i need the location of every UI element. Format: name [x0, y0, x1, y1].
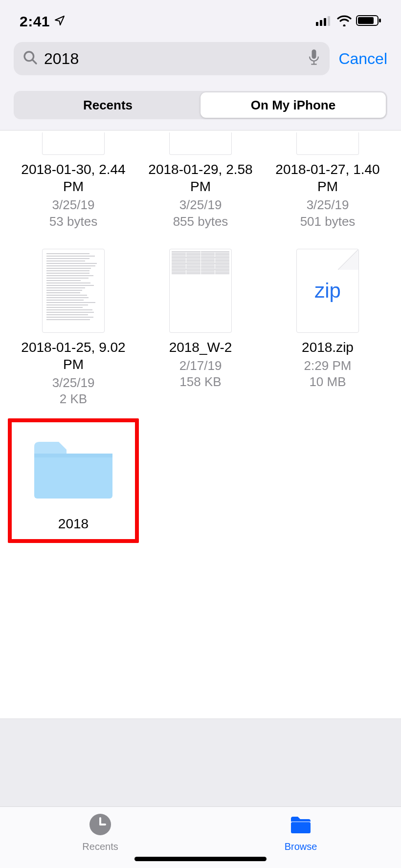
battery-icon: [356, 15, 381, 28]
segment-recents[interactable]: Recents: [15, 92, 200, 118]
file-meta: 3/25/1953 bytes: [49, 197, 97, 230]
file-name: 2018.zip: [302, 339, 354, 356]
status-right: [316, 15, 381, 28]
file-meta: 2:29 PM10 MB: [304, 358, 352, 391]
file-name: 2018-01-30, 2.44 PM: [17, 161, 130, 195]
file-item[interactable]: 2018-01-29, 2.58 PM3/25/19855 bytes: [137, 130, 264, 232]
clock-icon: [88, 813, 113, 838]
wifi-icon: [336, 15, 352, 28]
svg-rect-1: [320, 20, 322, 26]
file-item[interactable]: 2018-01-25, 9.02 PM3/25/192 KB: [10, 247, 137, 410]
svg-rect-6: [379, 19, 381, 22]
file-item[interactable]: zip2018.zip2:29 PM10 MB: [264, 247, 391, 410]
tab-recents[interactable]: Recents: [0, 813, 200, 852]
zip-thumbnail: zip: [296, 249, 359, 333]
svg-rect-5: [358, 17, 374, 24]
file-item[interactable]: 2018-01-27, 1.40 PM3/25/19501 bytes: [264, 130, 391, 232]
keyboard-area: [0, 718, 401, 806]
tab-bar: Recents Browse: [0, 806, 401, 868]
file-name: 2018_W-2: [169, 339, 232, 356]
search-field[interactable]: [14, 42, 330, 75]
svg-line-8: [33, 60, 36, 64]
folder-icon: [288, 813, 313, 838]
scope-segmented-control: Recents On My iPhone: [0, 82, 401, 130]
svg-rect-2: [324, 18, 326, 26]
tab-browse[interactable]: Browse: [200, 813, 401, 852]
document-thumbnail: [169, 132, 232, 155]
file-meta: 3/25/19501 bytes: [300, 197, 356, 230]
file-name: 2018-01-29, 2.58 PM: [144, 161, 257, 195]
folder-item[interactable]: 2018: [8, 418, 139, 543]
file-meta: 2/17/19158 KB: [179, 358, 222, 391]
search-row: Cancel: [0, 35, 401, 82]
status-time: 2:41: [20, 13, 50, 30]
svg-rect-17: [291, 822, 311, 833]
folder-thumbnail: [30, 435, 116, 503]
file-meta: 3/25/19855 bytes: [173, 197, 228, 230]
microphone-icon[interactable]: [307, 49, 321, 68]
search-input[interactable]: [38, 50, 307, 68]
tab-browse-label: Browse: [285, 841, 317, 852]
status-bar: 2:41: [0, 0, 401, 35]
file-meta: 3/25/192 KB: [52, 375, 95, 408]
document-thumbnail: [42, 132, 105, 155]
svg-rect-13: [34, 454, 112, 457]
file-name: 2018: [58, 515, 89, 532]
tab-recents-label: Recents: [82, 841, 118, 852]
search-results[interactable]: 2018-01-30, 2.44 PM3/25/1953 bytes2018-0…: [0, 130, 401, 718]
home-indicator[interactable]: [134, 857, 267, 861]
file-name: 2018-01-25, 9.02 PM: [17, 339, 130, 373]
svg-rect-12: [34, 454, 112, 499]
document-thumbnail: [296, 132, 359, 155]
search-icon: [22, 50, 38, 67]
cellular-icon: [316, 15, 333, 28]
svg-rect-3: [328, 16, 330, 26]
file-item[interactable]: 2018_W-22/17/19158 KB: [137, 247, 264, 410]
svg-rect-9: [312, 49, 316, 59]
status-left: 2:41: [20, 13, 66, 30]
file-item[interactable]: 2018-01-30, 2.44 PM3/25/1953 bytes: [10, 130, 137, 232]
svg-rect-0: [316, 22, 318, 26]
cancel-button[interactable]: Cancel: [338, 50, 387, 68]
segment-on-my-iphone[interactable]: On My iPhone: [200, 92, 386, 118]
file-name: 2018-01-27, 1.40 PM: [271, 161, 384, 195]
document-thumbnail: [169, 249, 232, 333]
document-thumbnail: [42, 249, 105, 333]
location-icon: [54, 15, 66, 28]
